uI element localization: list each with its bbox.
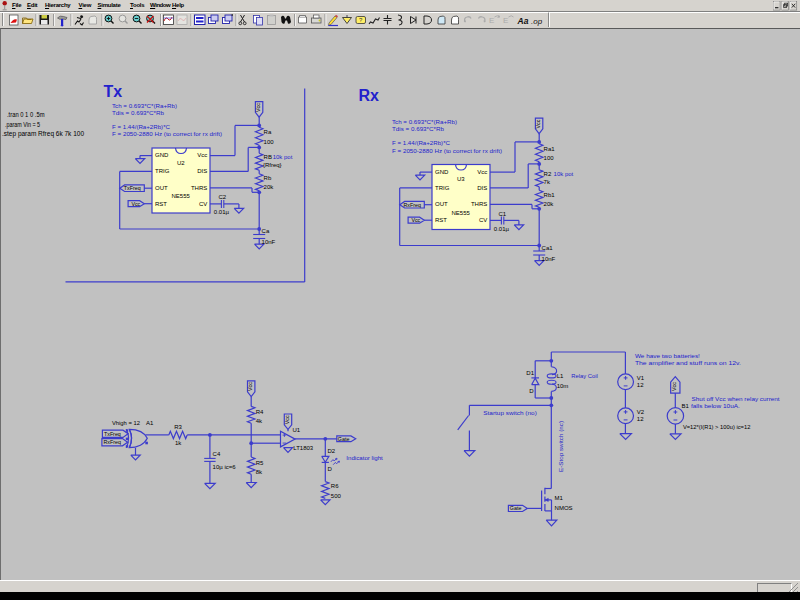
svg-text:20k: 20k: [544, 201, 555, 207]
svg-text:R6: R6: [331, 483, 339, 489]
svg-text:Vcc: Vcc: [671, 382, 677, 391]
svg-text:R4: R4: [256, 409, 264, 415]
svg-text:Tch = 0.693*C*(Ra+Rb): Tch = 0.693*C*(Ra+Rb): [392, 119, 457, 125]
svg-text:20k: 20k: [264, 184, 275, 190]
svg-text:.tran 0 1 0 .5m: .tran 0 1 0 .5m: [7, 111, 45, 118]
svg-text:Vcc: Vcc: [247, 382, 253, 391]
svg-text:Rb1: Rb1: [544, 192, 556, 198]
svg-text:10µ ic=6: 10µ ic=6: [213, 464, 237, 470]
svg-text:Relay Coil: Relay Coil: [571, 373, 598, 379]
svg-text:D1: D1: [526, 370, 534, 376]
svg-text:TRIG: TRIG: [435, 185, 450, 191]
svg-text:GND: GND: [435, 169, 449, 175]
svg-text:10nF: 10nF: [542, 256, 556, 262]
svg-text:10k pot: 10k pot: [554, 171, 574, 177]
svg-text:V1: V1: [637, 375, 645, 381]
svg-text:TxFreq: TxFreq: [104, 431, 121, 437]
svg-text:M1: M1: [555, 495, 564, 501]
svg-text:V=12*(I(R1) > 100u) ic=12: V=12*(I(R1) > 100u) ic=12: [683, 424, 751, 430]
svg-text:RxFreq: RxFreq: [104, 439, 121, 445]
svg-text:C1: C1: [498, 211, 506, 217]
svg-text:RST: RST: [435, 217, 447, 223]
svg-text:Vcc: Vcc: [197, 152, 207, 158]
svg-text:Vcc: Vcc: [535, 119, 541, 128]
svg-text:V2: V2: [637, 409, 645, 415]
svg-text:Tdis = 0.693*C*Rb: Tdis = 0.693*C*Rb: [392, 126, 445, 132]
svg-text:U3: U3: [457, 176, 465, 182]
svg-text:U2: U2: [177, 160, 185, 166]
svg-text:Vcc: Vcc: [411, 217, 420, 223]
svg-text:falls below 10uA.: falls below 10uA.: [691, 403, 740, 409]
svg-text:Gate: Gate: [510, 505, 522, 511]
svg-text:The amplifier and stuff runs o: The amplifier and stuff runs on 12v.: [635, 360, 741, 366]
svg-text:C4: C4: [213, 451, 221, 457]
svg-text:Indicator light: Indicator light: [346, 455, 383, 461]
svg-text:RST: RST: [155, 201, 167, 207]
svg-text:Vcc: Vcc: [284, 415, 290, 424]
svg-text:Ra: Ra: [264, 129, 272, 135]
svg-text:R3: R3: [174, 424, 182, 430]
svg-text:L1: L1: [557, 373, 564, 379]
svg-text:NE555: NE555: [172, 193, 191, 199]
svg-text:D2: D2: [328, 448, 336, 454]
svg-text:THRS: THRS: [471, 201, 487, 207]
svg-text:Tdis = 0.693*C*Rb: Tdis = 0.693*C*Rb: [112, 110, 165, 116]
svg-text:0.01µ: 0.01µ: [214, 209, 230, 215]
svg-text:8k: 8k: [256, 469, 263, 475]
svg-text:7k: 7k: [544, 179, 551, 185]
svg-text:DIS: DIS: [477, 185, 487, 191]
svg-text:F = 1.44/(Ra+2Rb)*C: F = 1.44/(Ra+2Rb)*C: [112, 124, 171, 130]
svg-text:C2: C2: [218, 194, 226, 200]
svg-text:Tx: Tx: [104, 83, 123, 100]
svg-text:TRIG: TRIG: [155, 168, 170, 174]
svg-text:TxFreq: TxFreq: [124, 185, 141, 191]
svg-text:Vcc: Vcc: [477, 169, 487, 175]
svg-text:Aa: Aa: [517, 16, 529, 26]
svg-text:100: 100: [544, 155, 555, 161]
svg-text:0.01µ: 0.01µ: [494, 226, 510, 232]
svg-text:Ca1: Ca1: [542, 245, 554, 251]
svg-text:R2: R2: [544, 171, 552, 177]
svg-text:Ca: Ca: [262, 228, 270, 234]
svg-text:{Rfreq}: {Rfreq}: [263, 162, 282, 168]
svg-text:Gate: Gate: [338, 436, 350, 442]
svg-text:100: 100: [264, 139, 275, 145]
svg-text:D: D: [529, 388, 534, 394]
svg-text:B1: B1: [681, 403, 689, 409]
svg-text:THRS: THRS: [191, 185, 207, 191]
svg-text:12: 12: [637, 382, 644, 388]
svg-text:E: E: [503, 16, 508, 25]
svg-text:.step param Rfreq 6k 7k 100: .step param Rfreq 6k 7k 100: [2, 130, 85, 138]
svg-text:.op: .op: [531, 17, 543, 26]
svg-text:F = 1.44/(Ra+2Rb)*C: F = 1.44/(Ra+2Rb)*C: [392, 140, 451, 146]
svg-text:10m: 10m: [557, 383, 569, 389]
svg-text:Tch = 0.693*C*(Ra+Rb): Tch = 0.693*C*(Ra+Rb): [112, 103, 177, 109]
svg-text:Rb: Rb: [264, 175, 272, 181]
svg-text:12: 12: [637, 416, 644, 422]
svg-text:.param Vin = 5: .param Vin = 5: [5, 121, 40, 129]
svg-text:10k pot: 10k pot: [273, 154, 293, 160]
svg-text:OUT: OUT: [435, 201, 448, 207]
svg-text:NE555: NE555: [452, 210, 471, 216]
svg-text:RB: RB: [264, 154, 272, 160]
svg-text:Vcc: Vcc: [255, 103, 261, 112]
svg-text:Shut off Vcc when relay curren: Shut off Vcc when relay current: [692, 396, 780, 402]
svg-text:CV: CV: [199, 201, 207, 207]
svg-text:F = 2050-2880 Hz (to correct f: F = 2050-2880 Hz (to correct for rx drif…: [392, 148, 502, 154]
svg-text:1k: 1k: [175, 440, 182, 446]
svg-text:RxFreq: RxFreq: [404, 202, 421, 208]
svg-text:E: E: [489, 16, 494, 25]
svg-text:A1: A1: [146, 420, 154, 426]
svg-text:Startup switch (no): Startup switch (no): [483, 410, 537, 416]
svg-text:DIS: DIS: [197, 168, 207, 174]
svg-text:500: 500: [331, 493, 342, 499]
svg-text:U1: U1: [292, 427, 300, 433]
svg-text:E-Stop switch (nc): E-Stop switch (nc): [558, 421, 564, 472]
svg-text:CV: CV: [479, 217, 487, 223]
svg-text:GND: GND: [155, 152, 169, 158]
svg-text:We have two batteries!: We have two batteries!: [635, 353, 700, 359]
svg-text:4k: 4k: [256, 418, 263, 424]
svg-text:Ra1: Ra1: [544, 146, 556, 152]
svg-text:F = 2050-2880 Hz (to correct f: F = 2050-2880 Hz (to correct for rx drif…: [112, 131, 222, 137]
svg-text:Vcc: Vcc: [131, 201, 140, 207]
